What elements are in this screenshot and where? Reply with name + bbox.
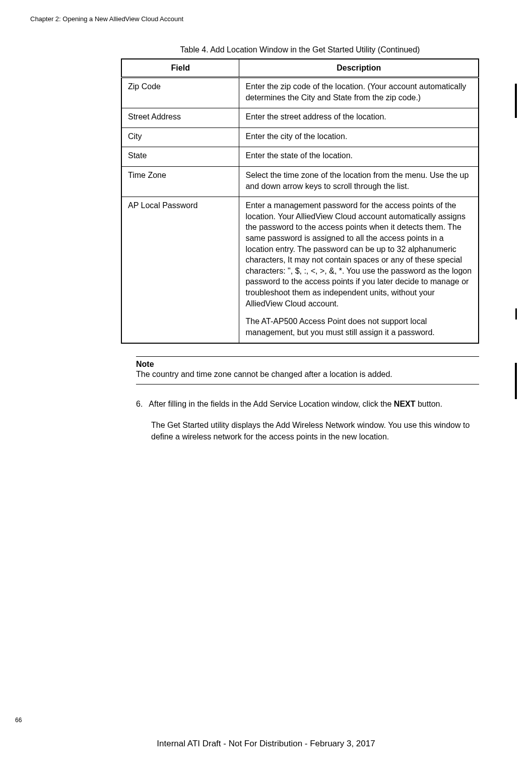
field-cell: Time Zone: [121, 166, 239, 197]
field-cell: State: [121, 147, 239, 167]
step-text: After filling in the fields in the Add S…: [149, 399, 479, 410]
change-bar: [515, 84, 517, 118]
desc-para1: Enter a management password for the acce…: [245, 200, 472, 309]
desc-cell: Enter the city of the location.: [239, 127, 479, 147]
table-caption: Table 4. Add Location Window in the Get …: [121, 45, 479, 54]
field-cell: Street Address: [121, 108, 239, 128]
step-line: 6. After filling in the fields in the Ad…: [136, 399, 479, 410]
page-header: Chapter 2: Opening a New AlliedView Clou…: [30, 15, 502, 23]
desc-cell: Enter a management password for the acce…: [239, 197, 479, 344]
table-header-field: Field: [121, 59, 239, 78]
step-block: 6. After filling in the fields in the Ad…: [136, 399, 479, 442]
desc-cell: Enter the state of the location.: [239, 147, 479, 167]
table-row: Street Address Enter the street address …: [121, 108, 479, 128]
note-title: Note: [136, 360, 479, 369]
step-text-after: button.: [416, 400, 442, 408]
desc-cell: Select the time zone of the location fro…: [239, 166, 479, 197]
note-block: Note The country and time zone cannot be…: [136, 356, 479, 384]
main-content: Table 4. Add Location Window in the Get …: [121, 45, 479, 442]
change-bar: [515, 308, 517, 319]
change-bar: [515, 363, 517, 399]
table-row: State Enter the state of the location.: [121, 147, 479, 167]
field-cell: AP Local Password: [121, 197, 239, 344]
table-header-description: Description: [239, 59, 479, 78]
table-row: AP Local Password Enter a management pas…: [121, 197, 479, 344]
field-cell: Zip Code: [121, 78, 239, 108]
table-row: Zip Code Enter the zip code of the locat…: [121, 78, 479, 108]
step-text-before: After filling in the fields in the Add S…: [149, 400, 393, 408]
desc-para2: The AT-AP500 Access Point does not suppo…: [245, 316, 472, 338]
table-header-row: Field Description: [121, 59, 479, 78]
table-row: City Enter the city of the location.: [121, 127, 479, 147]
table-row: Time Zone Select the time zone of the lo…: [121, 166, 479, 197]
page-footer: Internal ATI Draft - Not For Distributio…: [0, 739, 532, 749]
step-followup: The Get Started utility displays the Add…: [151, 420, 479, 442]
desc-cell: Enter the zip code of the location. (You…: [239, 78, 479, 108]
desc-cell: Enter the street address of the location…: [239, 108, 479, 128]
location-fields-table: Field Description Zip Code Enter the zip…: [121, 58, 479, 344]
field-cell: City: [121, 127, 239, 147]
page-number: 66: [15, 717, 22, 724]
step-text-bold: NEXT: [394, 400, 416, 408]
step-number: 6.: [136, 399, 149, 410]
note-text: The country and time zone cannot be chan…: [136, 369, 479, 380]
